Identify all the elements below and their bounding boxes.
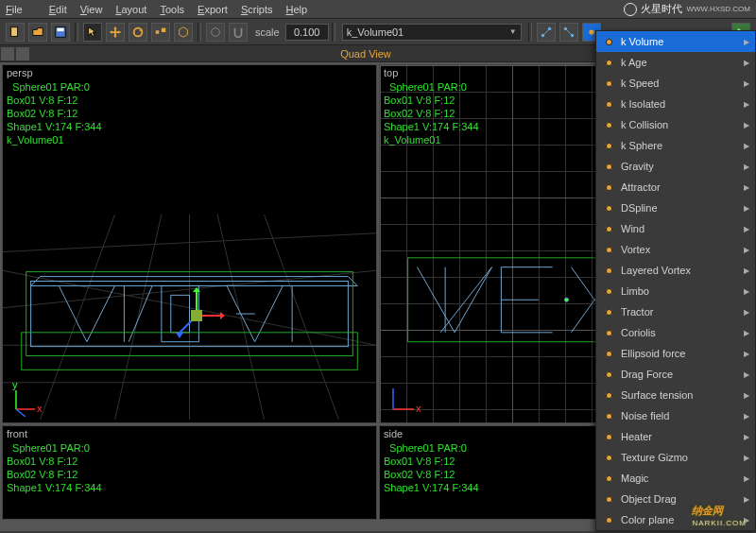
menu-scripts[interactable]: Scripts — [241, 4, 273, 15]
chevron-right-icon: ▶ — [744, 433, 749, 441]
menu-item-label: Gravity — [621, 161, 654, 172]
menu-item-label: k Collision — [621, 119, 668, 130]
menu-item-k-volume[interactable]: k Volume▶ — [596, 31, 755, 52]
chevron-right-icon: ▶ — [744, 474, 749, 483]
menu-item-dspline[interactable]: DSpline▶ — [596, 198, 755, 218]
svg-point-3 — [134, 27, 143, 36]
menu-item-label: Surface tension — [621, 389, 693, 401]
svg-rect-2 — [58, 27, 64, 31]
chevron-right-icon: ▶ — [744, 142, 749, 150]
menu-item-texture-gizmo[interactable]: Texture Gizmo▶ — [596, 447, 755, 468]
toolbar-separator — [528, 23, 532, 42]
menu-view[interactable]: View — [80, 4, 103, 15]
site-watermark-bottom: 纳金网 NARKII.COM — [692, 497, 747, 527]
scale-icon[interactable] — [151, 23, 170, 42]
bullet-icon — [602, 347, 615, 360]
menu-item-label: Ellipsoid force — [621, 348, 685, 359]
menu-item-wind[interactable]: Wind▶ — [596, 218, 755, 239]
object-dropdown[interactable]: k_Volume01 ▼ — [342, 24, 522, 41]
save-file-icon[interactable] — [51, 23, 70, 42]
chevron-right-icon: ▶ — [744, 121, 749, 129]
transform-gizmo-icon[interactable] — [168, 287, 225, 344]
node-a-icon[interactable] — [537, 23, 556, 42]
select-arrow-icon[interactable] — [83, 23, 102, 42]
menu-help[interactable]: Help — [286, 4, 308, 15]
menu-item-k-age[interactable]: k Age▶ — [596, 52, 755, 73]
scene-info: Sphere01 PAR:0 Box01 V:8 F:12 Box02 V:8 … — [384, 441, 479, 494]
menu-layout[interactable]: Layout — [115, 4, 146, 15]
menu-item-limbo[interactable]: Limbo▶ — [596, 281, 755, 301]
menu-item-noise-field[interactable]: Noise field▶ — [596, 405, 755, 426]
menu-item-label: k Speed — [621, 77, 659, 89]
toolbar-separator — [75, 23, 78, 42]
menu-item-coriolis[interactable]: Coriolis▶ — [596, 322, 755, 343]
move-icon[interactable] — [106, 23, 125, 42]
svg-rect-4 — [156, 30, 160, 34]
menu-item-attractor[interactable]: Attractor▶ — [596, 177, 755, 198]
bullet-icon — [602, 77, 615, 90]
menu-item-label: Object Drag — [621, 493, 677, 505]
svg-text:x: x — [416, 403, 421, 414]
bullet-icon — [602, 160, 615, 173]
bullet-icon — [602, 139, 615, 152]
layout-icon-a[interactable] — [1, 47, 14, 60]
scale-value-field[interactable]: 0.100 — [285, 24, 329, 41]
new-file-icon[interactable] — [6, 23, 25, 42]
menu-edit[interactable]: Edit — [49, 4, 67, 15]
bullet-icon — [602, 181, 615, 194]
toolbar-separator — [332, 23, 335, 42]
rotate-icon[interactable] — [129, 23, 147, 42]
chevron-right-icon: ▶ — [744, 225, 749, 233]
transform-icon[interactable] — [174, 23, 193, 42]
svg-marker-32 — [176, 333, 183, 338]
menu-item-tractor[interactable]: Tractor▶ — [596, 301, 755, 322]
menu-item-label: Wind — [621, 223, 644, 234]
bullet-icon — [602, 35, 615, 48]
chevron-right-icon: ▶ — [744, 391, 749, 400]
bullet-icon — [602, 118, 615, 131]
menu-item-gravity[interactable]: Gravity▶ — [596, 156, 755, 177]
chevron-right-icon: ▶ — [744, 370, 749, 379]
menu-item-magic[interactable]: Magic▶ — [596, 468, 755, 489]
menu-item-layered-vortex[interactable]: Layered Vortex▶ — [596, 260, 755, 281]
bullet-icon — [602, 201, 615, 215]
site-watermark-top: 火星时代 WWW.HXSD.COM — [624, 2, 750, 16]
watermark-sub: WWW.HXSD.COM — [686, 5, 750, 13]
axis-gizmo-icon: x y — [9, 379, 46, 417]
bullet-icon — [602, 492, 615, 506]
viewport-front[interactable]: front Sphere01 PAR:0 Box01 V:8 F:12 Box0… — [2, 425, 377, 520]
globe-icon — [624, 3, 637, 16]
menu-item-ellipsoid-force[interactable]: Ellipsoid force▶ — [596, 343, 755, 364]
viewport-persp[interactable]: x y persp Sphere01 PAR:0 Box01 V:8 F:12 … — [2, 64, 377, 423]
menu-item-surface-tension[interactable]: Surface tension▶ — [596, 385, 755, 405]
menu-item-label: Color plane — [621, 514, 674, 525]
chevron-right-icon: ▶ — [744, 412, 749, 421]
open-file-icon[interactable] — [28, 23, 47, 42]
menu-file[interactable]: File — [6, 4, 36, 15]
chevron-right-icon: ▶ — [744, 287, 749, 296]
menu-item-k-speed[interactable]: k Speed▶ — [596, 73, 755, 94]
menu-tools[interactable]: Tools — [160, 4, 184, 15]
svg-rect-0 — [11, 26, 18, 36]
menu-item-drag-force[interactable]: Drag Force▶ — [596, 364, 755, 385]
proportional-icon[interactable] — [206, 23, 225, 42]
menu-item-heater[interactable]: Heater▶ — [596, 426, 755, 447]
menu-item-vortex[interactable]: Vortex▶ — [596, 239, 755, 260]
menu-item-k-isolated[interactable]: k Isolated▶ — [596, 94, 755, 114]
chevron-right-icon: ▶ — [744, 163, 749, 171]
menu-export[interactable]: Export — [198, 4, 228, 15]
menu-item-k-collision[interactable]: k Collision▶ — [596, 114, 755, 135]
bullet-icon — [602, 472, 615, 485]
bullet-icon — [602, 409, 615, 422]
bullet-icon — [602, 326, 615, 339]
menu-item-label: Magic — [621, 473, 648, 484]
layout-icon-b[interactable] — [16, 47, 29, 60]
svg-line-37 — [16, 409, 26, 417]
snap-icon[interactable] — [229, 23, 248, 42]
watermark-text: 火星时代 — [641, 2, 682, 16]
bullet-icon — [602, 284, 615, 298]
menu-item-k-sphere[interactable]: k Sphere▶ — [596, 135, 755, 156]
chevron-right-icon: ▶ — [744, 79, 749, 88]
menu-item-label: Noise field — [621, 410, 669, 421]
node-b-icon[interactable] — [559, 23, 578, 42]
